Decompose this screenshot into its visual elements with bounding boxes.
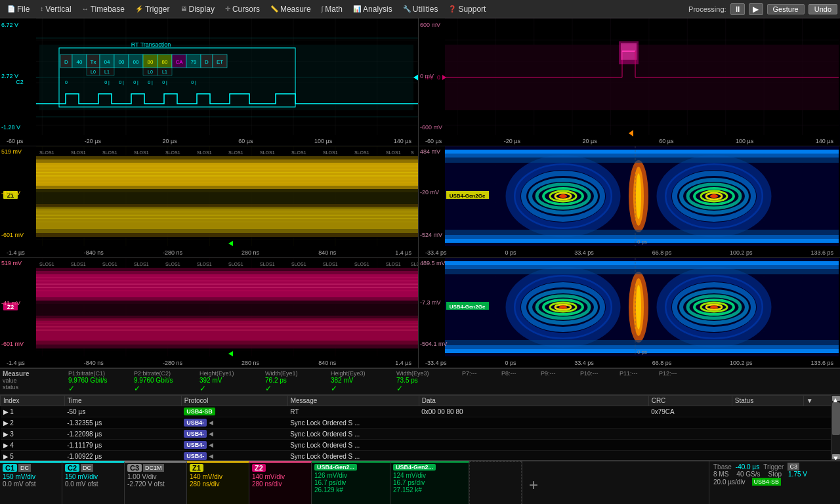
scroll-up-arrow[interactable]: ▲ [832, 396, 840, 401]
row1-proto: USB4-SB [181, 406, 287, 417]
row1-data: 0x00 00 80 80 [419, 406, 648, 417]
svg-text:SLOS1: SLOS1 [102, 150, 117, 155]
add-channel-button[interactable]: + [522, 461, 545, 504]
right-mid-panel[interactable]: USB4-Gen2Ge 0 ps 484 mV -20 mV -524 mV -… [419, 146, 840, 258]
c3-offset: -2.720 V ofst [127, 480, 184, 488]
svg-text:0 ps: 0 ps [637, 349, 647, 355]
left-bot-panel[interactable]: SLOS1 SLOS1 SLOS1 SLOS1 SLOS1 SLOS1 SLOS… [0, 258, 418, 368]
menu-display[interactable]: 🖥 Display [176, 3, 219, 15]
volt-mid-left-mid: -41 mV [1, 190, 20, 196]
menu-measure[interactable]: 📏 Measure [266, 3, 316, 15]
table-row[interactable]: ▶ 5 -1.00922 µs USB4- ◀ Sync Lock Ordere… [1, 451, 840, 461]
right-bot-panel[interactable]: USB4-Gen2Ge 0 ps 489.5 mV -7.3 mV -504.1… [419, 258, 840, 368]
measure-height3: Height(Eye3) 382 mV ✓ [331, 370, 396, 393]
c1-coupling: DC [18, 464, 31, 472]
undo-button[interactable]: Undo [808, 4, 837, 14]
volt-mid-left-bot: -41 mV [1, 300, 20, 306]
table-row[interactable]: ▶ 3 -1.22098 µs USB4- ◀ Sync Lock Ordere… [1, 429, 840, 440]
measure-height1: Height(Eye1) 392 mV ✓ [200, 370, 265, 393]
menu-timebase[interactable]: ↔ Timebase [77, 3, 129, 15]
svg-rect-122 [621, 43, 637, 60]
channel-usb4b-block[interactable]: USB4-Gen2... 124 mV/div 16.7 ps/div 27.1… [390, 461, 469, 504]
file-icon: 📄 [7, 5, 15, 12]
channel-usb4a-block[interactable]: USB4-Gen2... 126 mV/div 16.7 ps/div 26.1… [312, 461, 390, 504]
row2-proto: USB4- ◀ [181, 417, 287, 429]
channel-c2-block[interactable]: C2 DC 150 mV/div 0.0 mV ofst [62, 461, 125, 504]
z1-badge: Z1 [190, 464, 203, 472]
svg-point-140 [559, 194, 567, 198]
c3-coupling: DC1M [143, 464, 164, 472]
pause-button[interactable]: ⏸ [730, 3, 745, 15]
empty-channel-block[interactable] [469, 461, 522, 504]
svg-text:00: 00 [119, 59, 125, 65]
menu-trigger[interactable]: ⚡ Trigger [131, 3, 175, 15]
right-top-panel[interactable]: 0 mV 600 mV 0 mV -600 mV -60 µs -20 µs 2… [419, 18, 840, 146]
svg-text:0 |: 0 | [119, 80, 124, 85]
svg-text:SLOS1: SLOS1 [386, 262, 401, 266]
volt-top-right-mid: 484 mV [420, 148, 440, 155]
col-time: Time [64, 396, 181, 406]
tbase-row: Tbase -40.0 µs Trigger C3 [713, 463, 836, 471]
row5-proto: USB4- ◀ [181, 451, 287, 461]
menu-math[interactable]: ∫ Math [317, 3, 347, 15]
scroll-down-arrow[interactable]: ▼ [832, 454, 840, 459]
table-row[interactable]: ▶ 2 -1.32355 µs USB4- ◀ Sync Lock Ordere… [1, 417, 840, 429]
svg-text:D: D [205, 59, 209, 65]
channel-z1-block[interactable]: Z1 140 mV/div 280 ns/div [187, 461, 249, 504]
channel-c3-block[interactable]: C3 DC1M 1.00 V/div -2.720 V ofst [125, 461, 187, 504]
svg-rect-65 [36, 189, 418, 205]
svg-text:0: 0 [437, 74, 440, 81]
svg-text:0 |: 0 | [104, 80, 110, 85]
svg-text:0 |: 0 | [133, 80, 138, 85]
svg-text:SLOS1: SLOS1 [411, 262, 418, 266]
time-axis-left-mid: -1.4 µs -840 ns -280 ns 280 ns 840 ns 1.… [0, 249, 418, 256]
row4-message: Sync Lock Ordered S ... [287, 440, 419, 451]
volt-mid-right-bot: -7.3 mV [420, 299, 441, 306]
svg-text:SLOS1: SLOS1 [134, 150, 149, 155]
menu-cursors[interactable]: ✛ Cursors [220, 3, 264, 15]
svg-text:SLOS1: SLOS1 [260, 262, 275, 266]
row5-index: ▶ 5 [1, 451, 65, 461]
play-button[interactable]: ▶ [749, 3, 763, 15]
usb4b-offset: 16.7 ps/div [393, 479, 466, 486]
svg-text:0 |: 0 | [148, 80, 153, 85]
c3-name-row: C3 DC1M [127, 464, 184, 472]
table-scrollbar[interactable]: ▲ ▼ [831, 395, 840, 460]
svg-text:0 |: 0 | [191, 80, 196, 85]
row5-message: Sync Lock Ordered S ... [287, 451, 419, 461]
svg-text:SLOS1: SLOS1 [39, 150, 54, 155]
c2-coupling: DC [81, 464, 93, 472]
left-mid-panel[interactable]: SLOS1 SLOS1 SLOS1 SLOS1 SLOS1 SLOS1 SLOS… [0, 146, 418, 258]
left-top-panel[interactable]: RT Transaction D 40 Tx 04 00 00 [0, 18, 418, 146]
row3-index: ▶ 3 [1, 429, 65, 440]
svg-rect-68 [36, 209, 418, 229]
menu-analysis[interactable]: 📊 Analysis [348, 3, 397, 15]
svg-text:0 ps: 0 ps [637, 239, 647, 245]
measure-p2: P2:bitrate(C2) 9.9760 Gbit/s ✓ [134, 370, 200, 393]
channel-c1-block[interactable]: C1 DC 150 mV/div 0.0 mV ofst [0, 461, 62, 504]
channel-z2-block[interactable]: Z2 140 mV/div 280 ns/div [249, 461, 312, 504]
svg-rect-99 [36, 274, 418, 297]
svg-text:L1: L1 [162, 70, 167, 74]
usb4a-name-row: USB4-Gen2... [314, 464, 387, 471]
gesture-button[interactable]: Gesture [767, 4, 805, 14]
svg-text:SLOS1: SLOS1 [323, 262, 338, 266]
volt-top-left-top: 6.72 V [1, 22, 18, 28]
row2-time: -1.32355 µs [64, 417, 181, 429]
c2-offset: 0.0 mV ofst [65, 480, 121, 488]
svg-text:L1: L1 [104, 70, 110, 74]
scroll-thumb[interactable] [832, 402, 840, 435]
volt-mid-left-top: 2.72 V [1, 73, 18, 79]
time-axis-right-bot: -33.4 ps 0 ps 33.4 ps 66.8 ps 100.2 ps 1… [419, 360, 840, 366]
svg-text:SLOS1: SLOS1 [71, 262, 86, 266]
svg-text:SLOS1: SLOS1 [165, 150, 180, 155]
svg-text:USB4-Gen2Ge: USB4-Gen2Ge [450, 193, 486, 199]
menu-file[interactable]: 📄 File [3, 3, 34, 15]
svg-text:L0: L0 [148, 70, 153, 74]
table-row[interactable]: ▶ 1 -50 µs USB4-SB RT 0x00 00 80 80 0x79… [1, 406, 840, 417]
menu-support[interactable]: ❓ Support [444, 3, 490, 15]
table-row[interactable]: ▶ 4 -1.11179 µs USB4- ◀ Sync Lock Ordere… [1, 440, 840, 451]
menu-vertical[interactable]: ↕ Vertical [35, 3, 75, 15]
math-icon: ∫ [322, 5, 324, 12]
menu-utilities[interactable]: 🔧 Utilities [398, 3, 443, 15]
